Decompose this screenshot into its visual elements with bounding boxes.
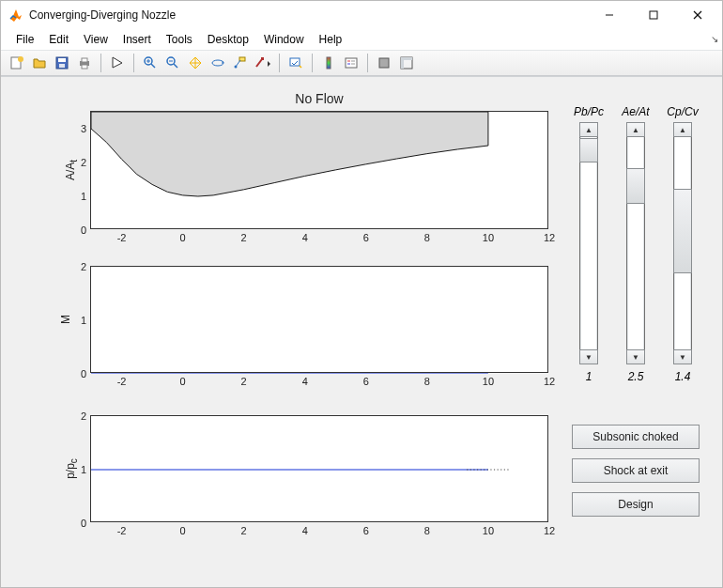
slider-pbpc-down-button[interactable]: ▼ bbox=[579, 349, 598, 364]
axes-mach[interactable]: M 012-2024681012 bbox=[90, 266, 548, 373]
figure-area: No Flow A/At 0123-2024681012 M 012-20246… bbox=[1, 76, 722, 587]
ytick: 0 bbox=[81, 518, 86, 529]
xtick: -2 bbox=[117, 525, 127, 536]
xtick: 0 bbox=[180, 232, 186, 243]
ylabel-mach: M bbox=[59, 315, 72, 324]
ytick: 3 bbox=[81, 123, 86, 134]
slider-pbpc-track[interactable]: ▲ ▼ bbox=[579, 122, 598, 364]
slider-aeat[interactable]: Ae/At ▲ ▼ 2.5 bbox=[619, 105, 653, 383]
menubar: File Edit View Insert Tools Desktop Wind… bbox=[1, 29, 722, 50]
slider-aeat-value: 2.5 bbox=[628, 370, 644, 383]
subsonic-choked-button[interactable]: Subsonic choked bbox=[572, 425, 700, 449]
svg-line-2 bbox=[694, 11, 701, 19]
shock-at-exit-button[interactable]: Shock at exit bbox=[572, 458, 700, 483]
xtick: 6 bbox=[363, 376, 369, 387]
slider-pbpc-thumb[interactable] bbox=[579, 138, 598, 162]
svg-rect-34 bbox=[401, 57, 412, 60]
xtick: 12 bbox=[544, 232, 555, 243]
xtick: 2 bbox=[241, 376, 247, 387]
slider-cpcv-track[interactable]: ▲ ▼ bbox=[673, 122, 692, 364]
slider-aeat-label: Ae/At bbox=[622, 105, 649, 118]
insert-colorbar-icon[interactable] bbox=[318, 53, 339, 73]
ylabel-pressure-ratio: p/pc bbox=[64, 458, 79, 479]
window-title: Converging-Diverging Nozzle bbox=[29, 8, 582, 22]
menu-help[interactable]: Help bbox=[312, 31, 350, 48]
save-icon[interactable] bbox=[52, 53, 72, 73]
data-cursor-icon[interactable] bbox=[230, 53, 251, 73]
xtick: 4 bbox=[302, 525, 308, 536]
slider-aeat-track[interactable]: ▲ ▼ bbox=[626, 122, 645, 364]
svg-point-5 bbox=[18, 56, 23, 62]
menu-edit[interactable]: Edit bbox=[41, 31, 76, 48]
xtick: 4 bbox=[302, 376, 308, 387]
xtick: -2 bbox=[117, 232, 127, 243]
axes-area-ratio[interactable]: No Flow A/At 0123-2024681012 bbox=[90, 111, 548, 229]
svg-rect-8 bbox=[59, 64, 65, 68]
zoom-in-icon[interactable] bbox=[140, 53, 161, 73]
slider-aeat-thumb[interactable] bbox=[626, 168, 645, 204]
matlab-icon bbox=[8, 8, 23, 23]
zoom-out-icon[interactable] bbox=[162, 53, 183, 73]
svg-point-22 bbox=[235, 66, 238, 69]
slider-pbpc[interactable]: Pb/Pc ▲ ▼ 1 bbox=[572, 105, 606, 383]
menu-window[interactable]: Window bbox=[256, 31, 312, 48]
slider-cpcv-down-button[interactable]: ▼ bbox=[673, 349, 692, 364]
maximize-button[interactable] bbox=[632, 2, 674, 28]
open-file-icon[interactable] bbox=[29, 53, 50, 73]
slider-aeat-down-button[interactable]: ▼ bbox=[626, 349, 645, 364]
slider-aeat-up-button[interactable]: ▲ bbox=[626, 122, 645, 137]
menu-file[interactable]: File bbox=[8, 31, 41, 48]
menu-tools[interactable]: Tools bbox=[159, 31, 200, 48]
new-figure-icon[interactable] bbox=[7, 53, 27, 73]
slider-pbpc-up-button[interactable]: ▲ bbox=[579, 122, 598, 137]
menu-insert[interactable]: Insert bbox=[115, 31, 159, 48]
hide-tools-icon[interactable] bbox=[374, 53, 394, 73]
axes-pressure-ratio[interactable]: p/pc 012-2024681012 bbox=[90, 415, 548, 522]
ytick: 0 bbox=[81, 224, 86, 236]
ytick: 2 bbox=[81, 410, 86, 422]
svg-line-13 bbox=[151, 64, 155, 68]
xtick: 10 bbox=[483, 376, 494, 387]
svg-rect-26 bbox=[346, 58, 357, 68]
slider-cpcv-value: 1.4 bbox=[675, 370, 691, 383]
ylabel-area-ratio: A/At bbox=[64, 160, 79, 180]
ytick: 2 bbox=[81, 261, 86, 272]
xtick: 0 bbox=[180, 376, 186, 387]
dock-corner-icon[interactable]: ↘ bbox=[707, 34, 722, 44]
svg-rect-25 bbox=[327, 57, 331, 69]
pan-icon[interactable] bbox=[185, 53, 206, 73]
figure-title: No Flow bbox=[91, 91, 547, 106]
menu-view[interactable]: View bbox=[76, 31, 115, 48]
close-button[interactable] bbox=[676, 2, 718, 28]
slider-cpcv[interactable]: Cp/Cv ▲ ▼ 1.4 bbox=[666, 105, 700, 383]
svg-rect-31 bbox=[379, 58, 389, 68]
xtick: 10 bbox=[483, 525, 494, 536]
minimize-button[interactable] bbox=[588, 2, 630, 28]
design-button[interactable]: Design bbox=[572, 492, 700, 517]
link-data-icon[interactable] bbox=[285, 53, 306, 73]
svg-line-3 bbox=[694, 11, 701, 19]
slider-cpcv-thumb[interactable] bbox=[673, 189, 692, 273]
edit-plot-icon[interactable] bbox=[107, 53, 128, 73]
xtick: 10 bbox=[483, 232, 494, 243]
print-icon[interactable] bbox=[74, 53, 95, 73]
show-tools-icon[interactable] bbox=[396, 53, 417, 73]
ytick: 1 bbox=[81, 191, 86, 202]
slider-pbpc-value: 1 bbox=[586, 370, 592, 383]
brush-icon[interactable] bbox=[253, 53, 273, 73]
svg-rect-11 bbox=[82, 65, 87, 69]
slider-cpcv-up-button[interactable]: ▲ bbox=[673, 122, 692, 137]
button-panel: Subsonic choked Shock at exit Design bbox=[572, 425, 700, 517]
menu-desktop[interactable]: Desktop bbox=[200, 31, 256, 48]
xtick: 4 bbox=[302, 232, 308, 243]
xtick: -2 bbox=[117, 376, 127, 387]
rotate-3d-icon[interactable] bbox=[208, 53, 228, 73]
window-controls bbox=[588, 2, 718, 28]
slider-panel: Pb/Pc ▲ ▼ 1 Ae/At ▲ ▼ 2.5 Cp/Cv ▲ ▼ bbox=[572, 105, 700, 383]
svg-line-17 bbox=[174, 64, 177, 68]
xtick: 8 bbox=[424, 232, 430, 243]
insert-legend-icon[interactable] bbox=[341, 53, 362, 73]
svg-rect-24 bbox=[290, 58, 300, 66]
xtick: 12 bbox=[544, 376, 555, 387]
ytick: 1 bbox=[81, 464, 86, 475]
